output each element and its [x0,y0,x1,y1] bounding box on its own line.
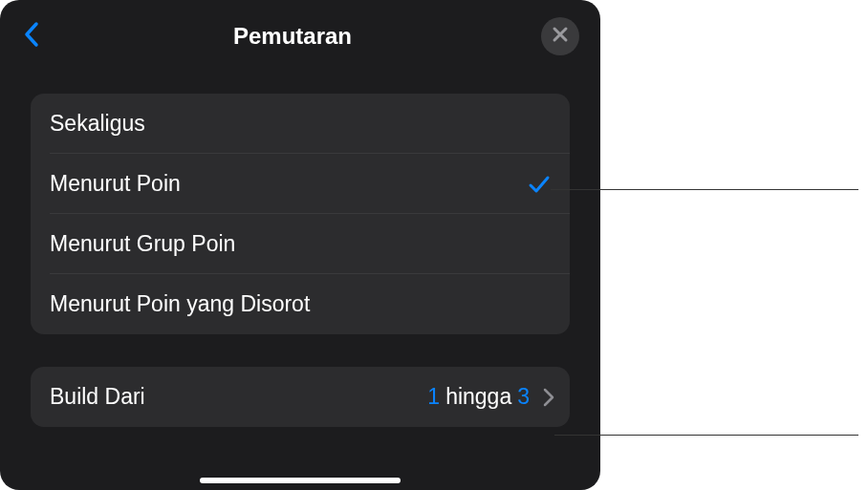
option-by-bullet[interactable]: Menurut Poin [31,154,570,214]
checkmark-icon [528,173,551,196]
option-label: Sekaligus [50,111,145,137]
option-label: Menurut Grup Poin [50,231,235,257]
home-indicator [200,478,401,483]
build-from-value: 1 hingga 3 [427,384,556,410]
callout-line-1 [551,189,858,190]
chevron-right-icon [543,387,556,408]
panel-title: Pemutaran [44,23,541,50]
build-from-label: Build Dari [50,384,145,410]
build-from-row[interactable]: Build Dari 1 hingga 3 [31,367,570,427]
close-icon [552,26,569,47]
callout-line-2 [554,435,858,436]
option-label: Menurut Poin [50,171,181,197]
build-separator: hingga [445,384,511,410]
build-start-value: 1 [427,384,440,410]
option-by-bullet-group[interactable]: Menurut Grup Poin [31,214,570,274]
close-button[interactable] [541,17,579,55]
playback-panel: Pemutaran Sekaligus Menurut Poin Menurut… [0,0,600,490]
chevron-left-icon [23,21,39,52]
build-end-value: 3 [517,384,530,410]
delivery-options-group: Sekaligus Menurut Poin Menurut Grup Poin… [31,94,570,334]
option-by-highlighted-bullet[interactable]: Menurut Poin yang Disorot [31,274,570,334]
option-all-at-once[interactable]: Sekaligus [31,94,570,154]
back-button[interactable] [17,23,44,50]
panel-header: Pemutaran [0,0,600,73]
option-label: Menurut Poin yang Disorot [50,291,310,317]
